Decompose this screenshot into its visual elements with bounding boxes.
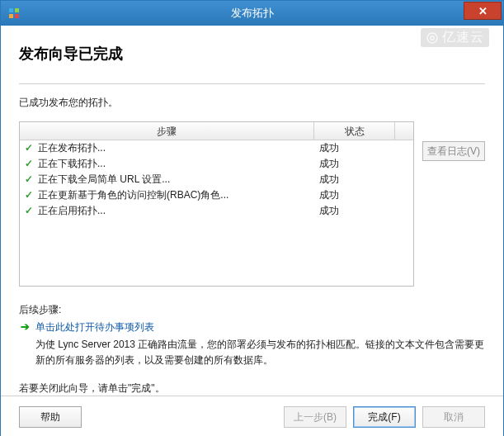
col-spacer bbox=[395, 122, 413, 140]
wizard-window: 发布拓扑 ✕ 亿速云 发布向导已完成 已成功发布您的拓扑。 步骤 状态 bbox=[0, 0, 504, 436]
titlebar: 发布拓扑 ✕ bbox=[1, 1, 503, 26]
arrow-icon: ➔ bbox=[19, 320, 31, 333]
todo-link[interactable]: 单击此处打开待办事项列表 bbox=[35, 320, 154, 334]
back-button: 上一步(B) bbox=[284, 406, 346, 428]
step-label: 正在下载拓扑... bbox=[38, 156, 314, 172]
check-icon: ✓ bbox=[20, 140, 38, 156]
window-title: 发布拓扑 bbox=[1, 6, 503, 21]
header-area: 发布向导已完成 bbox=[1, 26, 503, 80]
svg-rect-3 bbox=[15, 14, 19, 18]
step-label: 正在下载全局简单 URL 设置... bbox=[38, 172, 314, 187]
next-steps-label: 后续步骤: bbox=[19, 303, 485, 317]
steps-table-header: 步骤 状态 bbox=[20, 122, 413, 140]
app-icon bbox=[7, 7, 21, 20]
todo-row: ➔ 单击此处打开待办事项列表 bbox=[19, 320, 485, 334]
table-row: ✓ 正在更新基于角色的访问控制(RBAC)角色... 成功 bbox=[20, 187, 413, 203]
step-status: 成功 bbox=[314, 203, 395, 219]
svg-rect-0 bbox=[9, 8, 13, 12]
step-status: 成功 bbox=[314, 156, 395, 172]
content-area: 发布向导已完成 已成功发布您的拓扑。 步骤 状态 ✓ 正在发布拓扑... 成功 bbox=[1, 26, 503, 436]
step-label: 正在启用拓扑... bbox=[38, 203, 314, 219]
check-icon: ✓ bbox=[20, 156, 38, 172]
table-row: ✓ 正在启用拓扑... 成功 bbox=[20, 203, 413, 219]
step-status: 成功 bbox=[314, 187, 395, 203]
close-hint: 若要关闭此向导，请单击"完成"。 bbox=[19, 382, 485, 396]
cancel-button: 取消 bbox=[422, 406, 485, 428]
view-logs-button[interactable]: 查看日志(V) bbox=[422, 141, 485, 161]
page-title: 发布向导已完成 bbox=[19, 44, 485, 64]
step-label: 正在更新基于角色的访问控制(RBAC)角色... bbox=[38, 187, 314, 203]
finish-button[interactable]: 完成(F) bbox=[353, 406, 416, 428]
divider bbox=[19, 83, 485, 84]
step-status: 成功 bbox=[314, 140, 395, 156]
footer: 帮助 上一步(B) 完成(F) 取消 bbox=[1, 396, 503, 436]
table-row: ✓ 正在下载拓扑... 成功 bbox=[20, 156, 413, 172]
body-area: 已成功发布您的拓扑。 步骤 状态 ✓ 正在发布拓扑... 成功 bbox=[1, 96, 503, 396]
footer-right-group: 上一步(B) 完成(F) 取消 bbox=[277, 406, 485, 428]
status-text: 已成功发布您的拓扑。 bbox=[19, 96, 485, 110]
steps-row: 步骤 状态 ✓ 正在发布拓扑... 成功 ✓ 正在下载拓扑... 成功 bbox=[19, 121, 485, 287]
check-icon: ✓ bbox=[20, 203, 38, 219]
next-steps-section: 后续步骤: ➔ 单击此处打开待办事项列表 为使 Lync Server 2013… bbox=[19, 303, 485, 368]
window-close-button[interactable]: ✕ bbox=[464, 2, 502, 20]
close-icon: ✕ bbox=[478, 5, 488, 17]
step-label: 正在发布拓扑... bbox=[38, 140, 314, 156]
check-icon: ✓ bbox=[20, 187, 38, 203]
table-row: ✓ 正在下载全局简单 URL 设置... 成功 bbox=[20, 172, 413, 187]
col-header-status[interactable]: 状态 bbox=[314, 122, 395, 140]
check-icon: ✓ bbox=[20, 172, 38, 187]
col-header-step[interactable]: 步骤 bbox=[20, 122, 314, 140]
step-status: 成功 bbox=[314, 172, 395, 187]
svg-rect-1 bbox=[15, 8, 19, 12]
todo-description: 为使 Lync Server 2013 正确路由流量，您的部署必须与发布的拓扑相… bbox=[35, 337, 485, 368]
table-row: ✓ 正在发布拓扑... 成功 bbox=[20, 140, 413, 156]
svg-rect-2 bbox=[9, 14, 13, 18]
steps-table: 步骤 状态 ✓ 正在发布拓扑... 成功 ✓ 正在下载拓扑... 成功 bbox=[19, 121, 414, 287]
help-button[interactable]: 帮助 bbox=[19, 406, 82, 428]
